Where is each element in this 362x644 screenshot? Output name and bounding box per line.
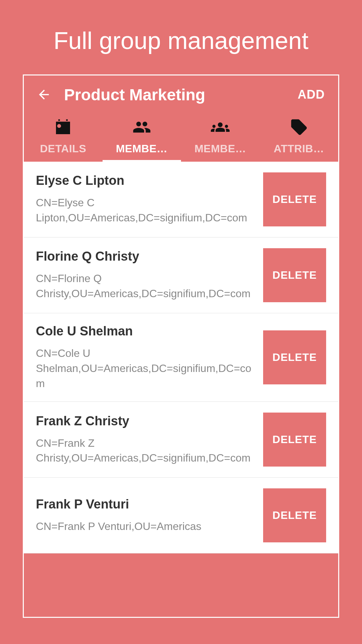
- member-dn: CN=Frank P Venturi,OU=Americas: [36, 519, 255, 534]
- groups-icon: [211, 118, 230, 137]
- tags-icon: [290, 118, 308, 137]
- member-dn: CN=Frank Z Christy,OU=Americas,DC=signif…: [36, 436, 255, 466]
- list-item[interactable]: Elyse C Lipton CN=Elyse C Lipton,OU=Amer…: [24, 162, 338, 237]
- member-dn: CN=Elyse C Lipton,OU=Americas,DC=signifi…: [36, 195, 255, 225]
- add-button[interactable]: ADD: [296, 85, 326, 104]
- people-icon: [132, 118, 151, 137]
- member-info: Cole U Shelman CN=Cole U Shelman,OU=Amer…: [36, 324, 255, 391]
- tab-members[interactable]: MEMBE…: [103, 115, 181, 162]
- tab-label: MEMBE…: [194, 143, 246, 155]
- delete-button[interactable]: DELETE: [263, 413, 326, 467]
- member-name: Elyse C Lipton: [36, 173, 255, 188]
- page-title: Product Marketing: [64, 86, 284, 104]
- list-item[interactable]: Cole U Shelman CN=Cole U Shelman,OU=Amer…: [24, 313, 338, 402]
- delete-button[interactable]: DELETE: [263, 248, 326, 302]
- tab-details[interactable]: DETAILS: [24, 115, 103, 162]
- app-frame: Product Marketing ADD DETAILS MEMBE… MEM…: [23, 74, 339, 618]
- member-info: Frank P Venturi CN=Frank P Venturi,OU=Am…: [36, 497, 255, 534]
- member-name: Florine Q Christy: [36, 249, 255, 264]
- member-dn: CN=Cole U Shelman,OU=Americas,DC=signifi…: [36, 346, 255, 391]
- back-button[interactable]: [36, 87, 52, 103]
- back-arrow-icon: [37, 87, 51, 102]
- id-card-icon: [54, 118, 72, 137]
- list-item[interactable]: Florine Q Christy CN=Florine Q Christy,O…: [24, 237, 338, 313]
- promo-title: Full group management: [0, 0, 362, 74]
- delete-button[interactable]: DELETE: [263, 488, 326, 542]
- members-list: Elyse C Lipton CN=Elyse C Lipton,OU=Amer…: [24, 162, 338, 553]
- member-name: Cole U Shelman: [36, 324, 255, 338]
- member-name: Frank Z Christy: [36, 414, 255, 428]
- delete-button[interactable]: DELETE: [263, 330, 326, 384]
- member-info: Elyse C Lipton CN=Elyse C Lipton,OU=Amer…: [36, 173, 255, 225]
- tabs: DETAILS MEMBE… MEMBE… ATTRIB…: [24, 111, 338, 162]
- tab-label: DETAILS: [40, 143, 86, 155]
- member-info: Florine Q Christy CN=Florine Q Christy,O…: [36, 249, 255, 301]
- list-item[interactable]: Frank Z Christy CN=Frank Z Christy,OU=Am…: [24, 402, 338, 478]
- tab-label: MEMBE…: [116, 143, 168, 155]
- member-info: Frank Z Christy CN=Frank Z Christy,OU=Am…: [36, 414, 255, 466]
- tab-member-of[interactable]: MEMBE…: [181, 115, 260, 162]
- member-dn: CN=Florine Q Christy,OU=Americas,DC=sign…: [36, 271, 255, 301]
- delete-button[interactable]: DELETE: [263, 172, 326, 226]
- list-item[interactable]: Frank P Venturi CN=Frank P Venturi,OU=Am…: [24, 478, 338, 553]
- member-name: Frank P Venturi: [36, 497, 255, 512]
- app-header: Product Marketing ADD: [24, 75, 338, 111]
- tab-attributes[interactable]: ATTRIB…: [260, 115, 339, 162]
- tab-label: ATTRIB…: [274, 143, 324, 155]
